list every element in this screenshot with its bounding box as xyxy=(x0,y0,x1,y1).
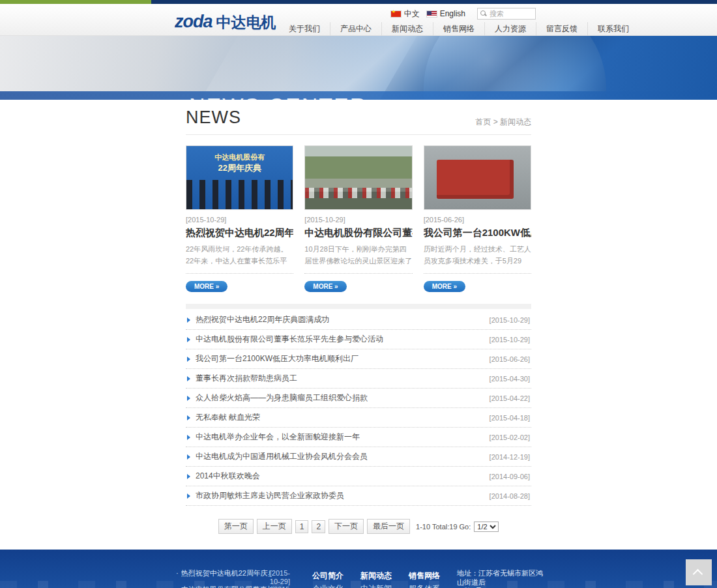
news-item-title: 市政协周敏炜主席走访民营企业家政协委员 xyxy=(196,490,344,501)
news-item-date: [2014-08-28] xyxy=(490,492,530,500)
logo-text-en: zoda xyxy=(175,12,212,32)
lang-chinese[interactable]: 中文 xyxy=(390,8,420,20)
footer-columns: · 热烈祝贺中达电机22周年庆典圆满成功 [2015-10-29] · 中达电机… xyxy=(176,569,545,588)
news-list-item[interactable]: 中达电机举办企业年会，以全新面貌迎接新一年 [2015-02-02] xyxy=(186,428,531,447)
pagination-page-2[interactable]: 2 xyxy=(312,520,325,533)
page-select[interactable]: 1/2 xyxy=(474,522,499,532)
footer-news-title: 中达电机股份有限公司董事长范乐平先生... xyxy=(181,585,272,588)
dot-bullet-icon: · xyxy=(176,569,179,585)
nav-item-products[interactable]: 产品中心 xyxy=(330,22,381,36)
card-date: [2015-10-29] xyxy=(186,216,293,224)
news-image-charity-event[interactable] xyxy=(304,145,412,210)
footer-menu-sales: 销售网络 服务体系 客户名录 xyxy=(409,569,443,588)
news-list-item[interactable]: 中达电机股份有限公司董事长范乐平先生参与爱心活动 [2015-10-29] xyxy=(186,330,531,349)
news-list-item[interactable]: 市政协周敏炜主席走访民营企业家政协委员 [2014-08-28] xyxy=(186,486,531,506)
footer-news-item[interactable]: · 中达电机股份有限公司董事长范乐平先生... [2015-10-29] xyxy=(176,585,299,588)
pagination-page-1[interactable]: 1 xyxy=(295,520,309,533)
news-item-title: 董事长再次捐款帮助患病员工 xyxy=(196,373,297,384)
news-image-anniversary[interactable]: 中达电机股份有 22周年庆典 xyxy=(186,145,293,210)
nav-item-feedback[interactable]: 留言反馈 xyxy=(536,22,587,36)
footer-news-column: · 热烈祝贺中达电机22周年庆典圆满成功 [2015-10-29] · 中达电机… xyxy=(176,569,299,588)
news-list-item[interactable]: 无私奉献 献血光荣 [2015-04-18] xyxy=(186,408,531,428)
news-item-title: 无私奉献 献血光荣 xyxy=(196,412,260,423)
back-to-top-button[interactable] xyxy=(686,559,712,585)
search-icon xyxy=(480,10,487,17)
triangle-bullet-icon xyxy=(187,493,190,499)
triangle-bullet-icon xyxy=(187,454,190,460)
news-image-motor[interactable] xyxy=(424,145,531,210)
banner-title: NEWS CENTER xyxy=(189,93,367,100)
nav-item-news[interactable]: 新闻动态 xyxy=(381,22,433,36)
footer-news-item[interactable]: · 热烈祝贺中达电机22周年庆典圆满成功 [2015-10-29] xyxy=(176,569,299,585)
footer-menu-company: 公司简介 企业文化 企业荣誉 发展历程 xyxy=(312,569,346,588)
breadcrumb-separator: > xyxy=(491,117,500,126)
news-list-item[interactable]: 我公司第一台2100KW低压大功率电机顺利出厂 [2015-06-26] xyxy=(186,349,531,369)
news-list-item[interactable]: 热烈祝贺中达电机22周年庆典圆满成功 [2015-10-29] xyxy=(186,310,531,330)
news-item-date: [2015-04-18] xyxy=(490,414,530,422)
nav-item-sales-network[interactable]: 销售网络 xyxy=(433,22,484,36)
triangle-bullet-icon xyxy=(187,376,190,381)
footer-menu-item[interactable]: 中达新闻 xyxy=(360,582,394,588)
card-title[interactable]: 热烈祝贺中达电机22周年庆典圆满 xyxy=(186,227,293,239)
news-item-date: [2015-06-26] xyxy=(490,355,530,363)
breadcrumb-current: 新闻动态 xyxy=(500,117,531,126)
nav-item-about[interactable]: 关于我们 xyxy=(279,22,330,36)
search-input[interactable] xyxy=(490,10,531,18)
news-item-date: [2015-10-29] xyxy=(490,336,530,344)
pagination-last-button[interactable]: 最后一页 xyxy=(367,519,410,534)
footer-menu-news: 新闻动态 中达新闻 媒体报道 xyxy=(360,569,394,588)
lang-english[interactable]: English xyxy=(426,9,465,18)
news-item-date: [2015-04-22] xyxy=(490,394,530,402)
card-title[interactable]: 我公司第一台2100KW低压大功率 xyxy=(424,227,531,239)
more-button[interactable]: MORE » xyxy=(186,281,227,292)
card-excerpt: 历时近两个月，经过技术、工艺人员攻克多项技术难关，于5月29日，我公司第一台71… xyxy=(424,243,531,267)
cn-flag-icon xyxy=(390,10,402,18)
breadcrumb-home[interactable]: 首页 xyxy=(475,117,491,126)
search-box[interactable] xyxy=(477,8,536,20)
news-list-item[interactable]: 董事长再次捐款帮助患病员工 [2015-04-30] xyxy=(186,369,531,389)
footer-menu-header[interactable]: 销售网络 xyxy=(409,569,443,582)
more-button[interactable]: MORE » xyxy=(304,281,346,292)
footer-menu-item[interactable]: 企业文化 xyxy=(312,582,346,588)
news-item-date: [2015-02-02] xyxy=(490,434,530,441)
card-title[interactable]: 中达电机股份有限公司董事长范乐 xyxy=(304,227,412,239)
footer-menus: 公司简介 企业文化 企业荣誉 发展历程 新闻动态 中达新闻 媒体报道 销售网络 … xyxy=(312,569,443,588)
news-image-caption: 22周年庆典 xyxy=(186,162,293,174)
card-more-row: MORE » xyxy=(424,273,531,293)
contact-address-line1: 地址：江苏省无锡市新区鸿山街道后 xyxy=(457,569,547,587)
pagination: 第一页 上一页 1 2 下一页 最后一页 1-10 Total:19 Go: 1… xyxy=(186,519,531,534)
card-date: [2015-06-26] xyxy=(424,216,531,224)
footer-menu-item[interactable]: 服务体系 xyxy=(409,582,443,588)
logo-text-cn: 中达电机 xyxy=(216,12,276,33)
pagination-first-button[interactable]: 第一页 xyxy=(218,519,254,534)
more-button[interactable]: MORE » xyxy=(424,281,465,292)
pagination-prev-button[interactable]: 上一页 xyxy=(257,519,292,534)
page: zoda 中达电机 中文 English 关于我们 产品中心 新闻动态 销售网络… xyxy=(0,0,717,588)
nav-item-contact[interactable]: 联系我们 xyxy=(587,22,639,36)
triangle-bullet-icon xyxy=(187,435,190,440)
news-card-1: 中达电机股份有 22周年庆典 [2015-10-29] 热烈祝贺中达电机22周年… xyxy=(186,145,293,293)
news-list-item[interactable]: 众人拾柴火焰高——为身患脑瘤员工组织爱心捐款 [2015-04-22] xyxy=(186,389,531,408)
breadcrumb: 首页 > 新闻动态 xyxy=(475,117,531,128)
card-date: [2015-10-29] xyxy=(304,216,412,224)
nav-item-hr[interactable]: 人力资源 xyxy=(484,22,536,36)
logo[interactable]: zoda 中达电机 xyxy=(175,12,276,33)
card-more-row: MORE » xyxy=(304,273,412,293)
pagination-next-button[interactable]: 下一页 xyxy=(329,519,364,534)
site-header: zoda 中达电机 中文 English 关于我们 产品中心 新闻动态 销售网络… xyxy=(0,4,717,36)
news-item-title: 我公司第一台2100KW低压大功率电机顺利出厂 xyxy=(196,353,358,364)
news-list-item[interactable]: 2014中秋联欢晚会 [2014-09-06] xyxy=(186,467,531,486)
footer-menu-header[interactable]: 新闻动态 xyxy=(360,569,394,582)
news-list: 热烈祝贺中达电机22周年庆典圆满成功 [2015-10-29] 中达电机股份有限… xyxy=(186,310,531,506)
news-item-date: [2015-04-30] xyxy=(490,375,530,383)
news-item-title: 中达电机股份有限公司董事长范乐平先生参与爱心活动 xyxy=(196,334,383,345)
news-image-caption: 中达电机股份有 xyxy=(186,153,293,162)
footer-contact: 地址：江苏省无锡市新区鸿山街道后 马路1号 邮编：214145 电话：0510-… xyxy=(457,569,547,588)
news-card-3: [2015-06-26] 我公司第一台2100KW低压大功率 历时近两个月，经过… xyxy=(424,145,531,293)
footer-menu-header[interactable]: 公司简介 xyxy=(312,569,346,582)
news-list-item[interactable]: 中达电机成为中国通用机械工业协会风机分会会员 [2014-12-19] xyxy=(186,447,531,467)
utility-bar: 中文 English xyxy=(390,8,536,20)
triangle-bullet-icon xyxy=(187,415,190,420)
news-item-date: [2014-09-06] xyxy=(490,473,530,480)
page-head: NEWS 首页 > 新闻动态 xyxy=(186,108,531,135)
